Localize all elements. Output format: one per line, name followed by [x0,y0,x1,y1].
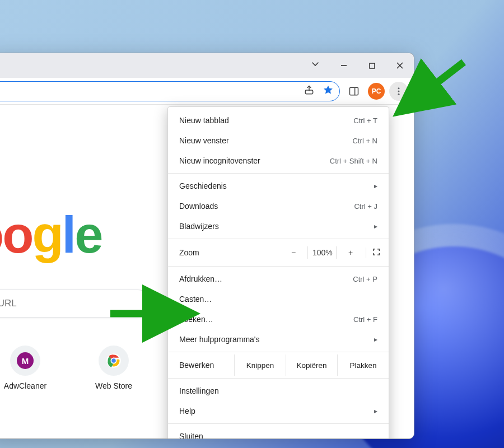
shortcut-label: AdwCleaner [4,381,46,390]
menu-find[interactable]: Zoeken… Ctrl + F [168,309,389,329]
menu-print[interactable]: Afdrukken… Ctrl + P [168,269,389,289]
bookmark-star-icon[interactable] [323,85,334,98]
window-close-button[interactable] [386,53,414,78]
menu-settings[interactable]: Instellingen [168,381,389,401]
menu-separator [168,378,389,379]
shortcut-tile-icon: M [10,346,40,376]
side-panel-icon[interactable] [344,82,363,101]
omnibox[interactable] [0,81,340,101]
menu-help[interactable]: Help ▸ [168,401,389,421]
chevron-right-icon: ▸ [374,335,377,343]
svg-point-6 [398,90,400,92]
main-menu-button[interactable] [389,82,408,101]
chevron-right-icon: ▸ [374,222,377,230]
menu-cast[interactable]: Casten… [168,289,389,309]
zoom-in-button[interactable]: + [341,248,360,257]
menu-bookmarks[interactable]: Bladwijzers ▸ [168,216,389,236]
fullscreen-icon[interactable] [366,248,381,258]
edit-paste-button[interactable]: Plakken [337,354,389,376]
menu-zoom: Zoom − 100% + [168,241,389,264]
svg-point-7 [398,93,400,95]
menu-separator [168,352,389,352]
profile-initials: PC [372,87,381,95]
svg-point-5 [398,87,400,89]
search-placeholder: en URL [0,298,17,309]
menu-new-tab[interactable]: Nieuw tabblad Ctrl + T [168,110,389,130]
titlebar [0,53,414,78]
tabs-overflow-chevron[interactable] [311,60,320,71]
chrome-window: PC oogle en URL M AdwCleaner [0,53,414,439]
search-input[interactable]: en URL [0,290,152,318]
share-icon[interactable] [304,85,315,98]
chevron-right-icon: ▸ [374,407,377,415]
main-menu: Nieuw tabblad Ctrl + T Nieuw venster Ctr… [167,106,389,439]
toolbar: PC [0,78,414,105]
menu-separator [168,266,389,267]
shortcut-adwcleaner[interactable]: M AdwCleaner [0,346,53,390]
annotation-arrow-menu-button [419,59,475,106]
edit-copy-button[interactable]: Kopiëren [286,354,337,376]
zoom-out-button[interactable]: − [284,248,303,257]
menu-more-tools[interactable]: Meer hulpprogramma's ▸ [168,329,389,349]
svg-rect-3 [350,87,358,95]
zoom-level: 100% [312,248,332,257]
chevron-right-icon: ▸ [374,182,377,190]
menu-separator [168,423,389,424]
menu-new-window[interactable]: Nieuw venster Ctrl + N [168,130,389,151]
menu-exit[interactable]: Sluiten [168,426,389,439]
svg-line-11 [427,62,464,90]
shortcut-label: Web Store [95,381,132,390]
menu-history[interactable]: Geschiedenis ▸ [168,176,389,196]
window-minimize-button[interactable] [330,53,358,78]
shortcut-webstore[interactable]: Web Store [86,346,142,390]
chrome-icon [99,346,129,376]
window-maximize-button[interactable] [358,53,386,78]
menu-edit-row: Bewerken Knippen Kopiëren Plakken [168,354,389,376]
google-logo: oogle [0,206,101,264]
edit-cut-button[interactable]: Knippen [234,354,286,376]
menu-separator [168,173,389,174]
menu-new-incognito[interactable]: Nieuw incognitovenster Ctrl + Shift + N [168,151,389,171]
svg-rect-1 [370,63,375,68]
menu-separator [168,239,389,239]
profile-avatar[interactable]: PC [368,83,385,100]
menu-downloads[interactable]: Downloads Ctrl + J [168,196,389,216]
